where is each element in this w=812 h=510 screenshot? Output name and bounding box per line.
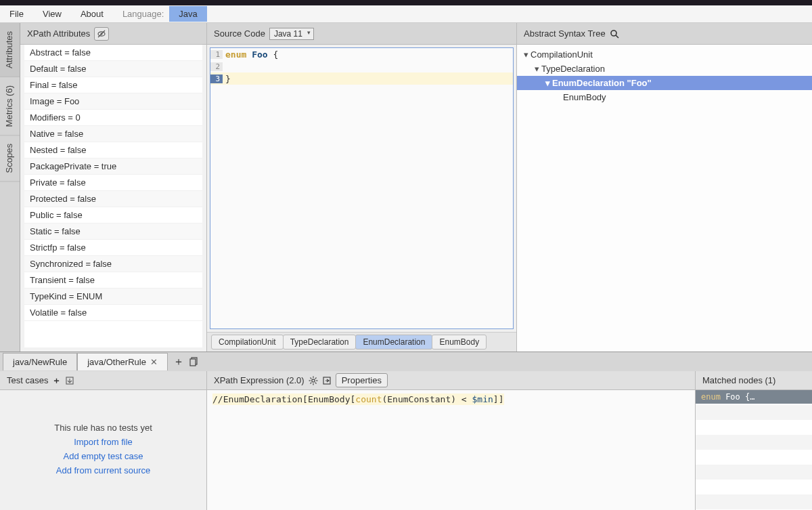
ast-node[interactable]: ▾EnumBody [517,90,812,104]
add-empty-test-link[interactable]: Add empty test case [64,451,143,461]
xpath-token: $min [472,394,493,404]
language-label: Language: [113,6,169,22]
tests-empty-message: This rule has no tests yet [54,423,152,433]
source-code-editor[interactable]: 1 enum Foo { 2 3 } [210,47,514,329]
export-expression-icon[interactable] [322,376,332,385]
language-selector[interactable]: Java [169,6,206,22]
xpath-attributes-title: XPath Attributes [27,28,90,39]
svg-line-4 [616,35,618,38]
svg-line-14 [315,382,316,383]
search-icon[interactable] [610,29,619,39]
menu-view[interactable]: View [33,6,71,22]
xpath-token: count [355,394,382,404]
line-number: 3 [210,75,223,83]
attr-row[interactable]: Volatile = false [24,305,202,321]
ast-node-selected[interactable]: ▾EnumDeclaration "Foo" [517,76,812,90]
attr-row[interactable]: Final = false [24,77,202,93]
xpath-expression-title: XPath Expression (2.0) [214,375,304,385]
window-titlebar [0,0,812,5]
attr-row[interactable]: Strictfp = false [24,240,202,256]
matched-nodes-title: Matched nodes (1) [702,375,775,385]
vtab-scopes[interactable]: Scopes [0,135,20,182]
gear-icon[interactable] [309,376,318,385]
add-from-source-link[interactable]: Add from current source [56,465,150,475]
attr-row[interactable]: Default = false [24,61,202,77]
copy-icon[interactable] [189,357,199,366]
breadcrumb-item[interactable]: EnumBody [432,335,487,349]
ast-node[interactable]: ▾CompilationUnit [517,47,812,62]
menu-file[interactable]: File [0,6,33,22]
attr-row[interactable]: Private = false [24,175,202,191]
code-token: Foo [252,49,267,60]
vtab-attributes[interactable]: Attributes [0,23,20,77]
rule-tabs: java/NewRule java/OtherRule ✕ ＋ [0,352,812,371]
attr-row[interactable]: Protected = false [24,191,202,207]
xpath-expression-editor[interactable]: //EnumDeclaration[EnumBody[count(EnumCon… [207,390,695,510]
matched-node-row[interactable]: enum Foo {… [696,390,812,404]
breadcrumb-item[interactable]: TypeDeclaration [283,335,357,349]
properties-button[interactable]: Properties [336,373,388,387]
java-version-select[interactable]: Java 11 [269,28,314,40]
ast-node[interactable]: ▾TypeDeclaration [517,62,812,76]
attributes-list[interactable]: Abstract = false Default = false Final =… [24,45,202,347]
close-tab-icon[interactable]: ✕ [150,357,158,367]
eye-off-icon [97,30,106,38]
rule-tab[interactable]: java/OtherRule ✕ [77,353,168,370]
svg-line-16 [310,382,311,383]
attr-row[interactable]: Transient = false [24,272,202,289]
svg-point-3 [611,30,616,36]
add-rule-button[interactable]: ＋ [168,355,189,369]
attr-row[interactable]: Public = false [24,207,202,224]
import-from-file-link[interactable]: Import from file [74,437,133,447]
attr-row[interactable]: Synchronized = false [24,256,202,272]
code-token: enum [225,49,246,60]
menu-about[interactable]: About [71,6,113,22]
attr-row[interactable]: Native = false [24,126,202,142]
ast-tree[interactable]: ▾CompilationUnit ▾TypeDeclaration ▾EnumD… [517,45,812,352]
menubar: File View About Language: Java [0,5,812,23]
attr-row[interactable]: PackagePrivate = true [24,158,202,175]
breadcrumb-item[interactable]: CompilationUnit [211,335,284,349]
breadcrumb: CompilationUnit TypeDeclaration EnumDecl… [207,332,516,352]
attr-row[interactable]: Image = Foo [24,93,202,110]
xpath-token: ]] [493,394,504,404]
line-number: 2 [210,62,223,71]
export-tests-icon[interactable] [65,376,74,385]
ast-title: Abstract Syntax Tree [524,28,606,39]
code-token: } [223,74,231,84]
line-number: 1 [210,50,223,59]
source-code-title: Source Code [214,28,265,39]
attr-row[interactable]: Nested = false [24,142,202,158]
svg-line-15 [315,377,316,379]
left-vertical-tabs: Attributes Metrics (6) Scopes [0,23,20,352]
code-token: { [273,49,278,60]
test-cases-title: Test cases [7,375,48,385]
svg-point-8 [311,379,314,381]
add-test-icon[interactable]: ＋ [52,375,61,387]
svg-rect-6 [190,359,196,366]
svg-line-13 [310,377,311,379]
toggle-visibility-button[interactable] [94,27,109,41]
xpath-token: (EnumConstant) < [382,394,472,404]
attr-row[interactable]: Static = false [24,224,202,240]
rule-tab[interactable]: java/NewRule [3,353,77,370]
attr-row[interactable]: Abstract = false [24,45,202,61]
vtab-metrics[interactable]: Metrics (6) [0,77,20,135]
breadcrumb-item[interactable]: EnumDeclaration [355,335,432,349]
xpath-token: //EnumDeclaration[EnumBody[ [212,394,355,404]
attr-row[interactable]: TypeKind = ENUM [24,289,202,305]
tests-body: This rule has no tests yet Import from f… [0,390,206,510]
attr-row[interactable]: Modifiers = 0 [24,110,202,126]
matched-nodes-list[interactable]: enum Foo {… [696,390,812,510]
